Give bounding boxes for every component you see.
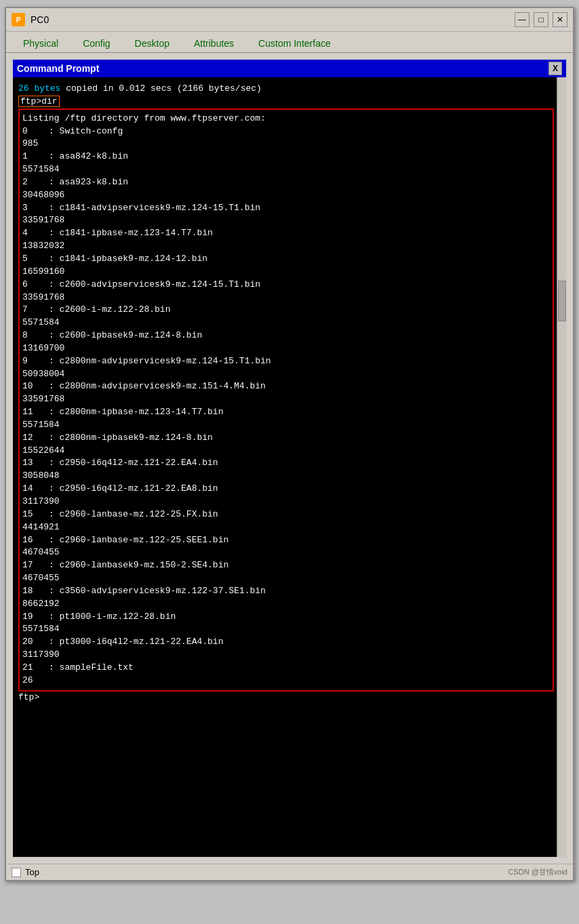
window-title: PC0 bbox=[31, 14, 509, 25]
main-window: P PC0 — □ ✕ Physical Config Desktop Attr… bbox=[5, 7, 574, 881]
bytes-highlight: 26 bytes bbox=[18, 83, 60, 94]
tab-desktop[interactable]: Desktop bbox=[123, 35, 181, 52]
svg-text:P: P bbox=[16, 16, 21, 24]
cmd-window: Command Prompt X 26 bytes copied in 0.01… bbox=[12, 58, 567, 858]
ftp-cmd-prompt: ftp>dir bbox=[18, 96, 60, 107]
tab-physical[interactable]: Physical bbox=[12, 35, 70, 52]
bottom-left: Top bbox=[12, 867, 39, 877]
maximize-button[interactable]: □ bbox=[534, 12, 548, 27]
dir-listing-box: Listing /ftp directory from www.ftpserve… bbox=[18, 108, 554, 691]
scrollbar[interactable] bbox=[557, 77, 566, 857]
minimize-button[interactable]: — bbox=[515, 12, 530, 27]
close-button[interactable]: ✕ bbox=[553, 12, 567, 27]
cmd-title-bar: Command Prompt X bbox=[13, 60, 566, 77]
bottom-bar: Top CSDN @甘情void bbox=[6, 864, 573, 880]
tab-attributes[interactable]: Attributes bbox=[182, 35, 245, 52]
window-controls: — □ ✕ bbox=[515, 12, 567, 27]
top-checkbox[interactable] bbox=[12, 868, 21, 877]
tab-custom-interface[interactable]: Custom Interface bbox=[247, 35, 342, 52]
cmd-title-text: Command Prompt bbox=[17, 63, 99, 74]
cmd-scroll-area: 26 bytes copied in 0.012 secs (2166 byte… bbox=[13, 77, 566, 857]
ftp-prompt-end: ftp> bbox=[18, 692, 39, 702]
title-bar: P PC0 — □ ✕ bbox=[6, 8, 573, 32]
watermark: CSDN @甘情void bbox=[508, 867, 567, 877]
bytes-rest: copied in 0.012 secs (2166 bytes/sec) bbox=[60, 83, 261, 94]
terminal[interactable]: 26 bytes copied in 0.012 secs (2166 byte… bbox=[13, 77, 557, 857]
top-label: Top bbox=[25, 867, 39, 877]
tab-config[interactable]: Config bbox=[71, 35, 121, 52]
scroll-thumb[interactable] bbox=[558, 281, 566, 321]
app-icon: P bbox=[12, 13, 25, 26]
content-area: Command Prompt X 26 bytes copied in 0.01… bbox=[6, 53, 573, 864]
tab-bar: Physical Config Desktop Attributes Custo… bbox=[6, 32, 573, 53]
cmd-close-button[interactable]: X bbox=[548, 62, 562, 75]
